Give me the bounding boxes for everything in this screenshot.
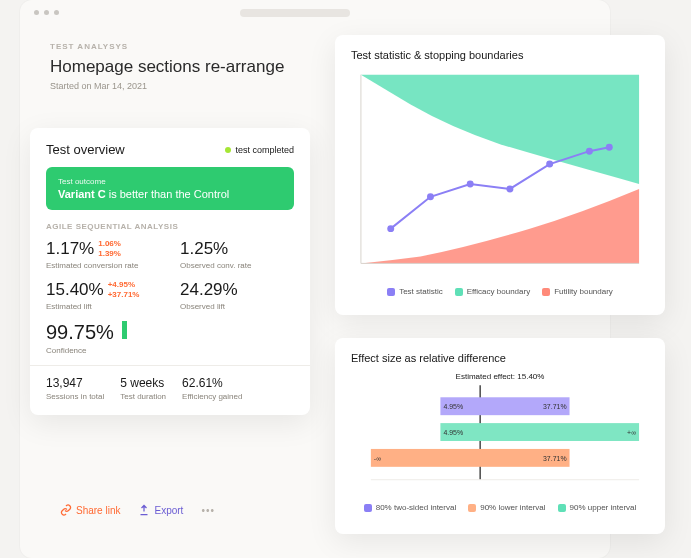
overview-title: Test overview [46, 142, 125, 157]
stat-chart [351, 69, 649, 279]
estimated-effect-label: Estimated effect: 15.40% [351, 372, 649, 381]
window-dot [44, 10, 49, 15]
svg-point-6 [506, 185, 513, 192]
metric-obs-conv: 1.25% Observed conv. rate [180, 239, 294, 270]
delta-range: 1.06%1.39% [98, 239, 121, 258]
action-bar: Share link Export ••• [60, 504, 215, 516]
legend-item: 90% upper interval [558, 503, 637, 512]
legend-item: Test statistic [387, 287, 443, 296]
metric-confidence: 99.75% Confidence [46, 321, 294, 355]
status-badge: test completed [225, 145, 294, 155]
window-dot [54, 10, 59, 15]
bar-label: +∞ [627, 429, 636, 436]
analysis-section-label: AGILE SEQUENTIAL ANALYSIS [46, 222, 294, 231]
share-link-button[interactable]: Share link [60, 504, 120, 516]
effect-chart-legend: 80% two-sided interval 90% lower interva… [351, 503, 649, 512]
stat-chart-title: Test statistic & stopping boundaries [351, 49, 649, 61]
export-button[interactable]: Export [138, 504, 183, 516]
interval-upper [371, 449, 570, 467]
url-placeholder [240, 9, 350, 17]
effect-chart: 4.95% 37.71% 4.95% +∞ -∞ 37.71% [351, 385, 649, 495]
svg-point-5 [467, 180, 474, 187]
bar-label: 4.95% [443, 403, 463, 410]
interval-lower [440, 423, 639, 441]
legend-item: 80% two-sided interval [364, 503, 456, 512]
overview-card: Test overview test completed Test outcom… [30, 128, 310, 415]
window-dot [34, 10, 39, 15]
legend-item: Futility boundary [542, 287, 613, 296]
outcome-banner: Test outcome Variant C is better than th… [46, 167, 294, 210]
confidence-bar-icon [122, 321, 127, 339]
window-titlebar [20, 0, 610, 24]
svg-point-9 [606, 144, 613, 151]
svg-point-3 [387, 225, 394, 232]
legend-item: Efficacy boundary [455, 287, 530, 296]
bar-label: 37.71% [543, 403, 567, 410]
upload-icon [138, 504, 150, 516]
outcome-text: Variant C is better than the Control [58, 188, 282, 200]
stat-chart-card: Test statistic & stopping boundaries Tes… [335, 35, 665, 315]
effect-chart-title: Effect size as relative difference [351, 352, 649, 364]
divider [30, 365, 310, 366]
stat-chart-legend: Test statistic Efficacy boundary Futilit… [351, 287, 649, 296]
more-button[interactable]: ••• [201, 505, 215, 516]
bar-label: -∞ [374, 455, 381, 462]
legend-item: 90% lower interval [468, 503, 545, 512]
bar-label: 37.71% [543, 455, 567, 462]
bar-label: 4.95% [443, 429, 463, 436]
delta-range: +4.95%+37.71% [108, 280, 140, 299]
metric-efficiency: 62.61% Efficiency gained [182, 376, 242, 401]
metric-est-conv: 1.17% 1.06%1.39% Estimated conversion ra… [46, 239, 160, 270]
effect-chart-card: Effect size as relative difference Estim… [335, 338, 665, 534]
status-text: test completed [235, 145, 294, 155]
metric-est-lift: 15.40% +4.95%+37.71% Estimated lift [46, 280, 160, 311]
status-dot-icon [225, 147, 231, 153]
svg-point-7 [546, 161, 553, 168]
link-icon [60, 504, 72, 516]
outcome-label: Test outcome [58, 177, 282, 186]
metric-duration: 5 weeks Test duration [120, 376, 166, 401]
svg-point-4 [427, 193, 434, 200]
metric-obs-lift: 24.29% Observed lift [180, 280, 294, 311]
metric-sessions: 13,947 Sessions in total [46, 376, 104, 401]
svg-point-8 [586, 148, 593, 155]
